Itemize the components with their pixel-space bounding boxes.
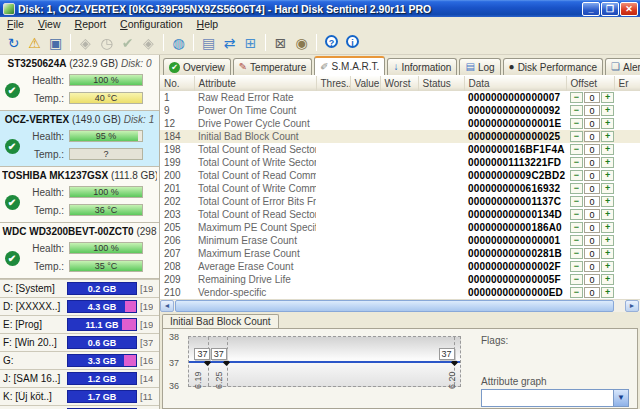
menu-configuration[interactable]: Configuration — [113, 17, 189, 31]
offset-value[interactable]: 0 — [584, 274, 601, 285]
offset-minus-button[interactable]: − — [570, 287, 583, 298]
column-header-attribute[interactable]: Attribute — [194, 76, 316, 91]
offset-plus-button[interactable]: + — [601, 274, 614, 285]
partition-row[interactable]: F: [Win 20..]0.6 GB[37 — [0, 333, 159, 351]
partition-row[interactable]: C: [System]0.2 GB[19 — [0, 279, 159, 297]
web-update-icon[interactable]: ◍ — [168, 33, 189, 53]
minimize-button[interactable]: _ — [582, 2, 600, 16]
partition-row[interactable]: E: [Prog]11.1 GB[19 — [0, 315, 159, 333]
disk-save-icon[interactable]: ▣ — [45, 33, 66, 53]
offset-value[interactable]: 0 — [584, 209, 601, 220]
column-header-offset[interactable]: Offset — [566, 76, 614, 91]
about-info-icon[interactable]: i — [342, 33, 363, 53]
smart-row-9[interactable]: 9Power On Time Count0000000000000092−0+ — [160, 104, 640, 117]
offset-value[interactable]: 0 — [584, 92, 601, 103]
offset-value[interactable]: 0 — [584, 222, 601, 233]
offset-value[interactable]: 0 — [584, 131, 601, 142]
tab-overview[interactable]: ✔Overview — [163, 58, 231, 75]
report-icon[interactable]: ▤ — [198, 33, 219, 53]
network-icon[interactable]: ⊞ — [240, 33, 261, 53]
smart-row-209[interactable]: 209Remaining Drive Life000000000000005F−… — [160, 273, 640, 286]
refresh-icon[interactable]: ↻ — [3, 33, 24, 53]
offset-minus-button[interactable]: − — [570, 105, 583, 116]
offset-minus-button[interactable]: − — [570, 248, 583, 259]
column-header-er[interactable]: Er — [614, 76, 640, 91]
partition-row[interactable]: D: [XXXXX..]4.3 GB[19 — [0, 297, 159, 315]
alert-warning-icon[interactable]: ⚠ — [24, 33, 45, 53]
tab-temperature[interactable]: ✎Temperature — [233, 58, 313, 75]
partition-row[interactable]: G:3.3 GB[16 — [0, 351, 159, 369]
offset-value[interactable]: 0 — [584, 235, 601, 246]
smart-row-205[interactable]: 205Maximum PE Count Specification0000000… — [160, 221, 640, 234]
scroll-left-arrow[interactable]: ◄ — [160, 300, 174, 312]
offset-value[interactable]: 0 — [584, 144, 601, 155]
scroll-right-arrow[interactable]: ► — [625, 300, 639, 312]
smart-row-208[interactable]: 208Average Erase Count000000000000002F−0… — [160, 260, 640, 273]
offset-plus-button[interactable]: + — [601, 196, 614, 207]
offset-plus-button[interactable]: + — [601, 287, 614, 298]
sync-icon[interactable]: ⇄ — [219, 33, 240, 53]
offset-plus-button[interactable]: + — [601, 157, 614, 168]
smart-row-198[interactable]: 198Total Count of Read Sectors0000000016… — [160, 143, 640, 156]
offset-plus-button[interactable]: + — [601, 105, 614, 116]
offset-minus-button[interactable]: − — [570, 209, 583, 220]
offset-minus-button[interactable]: − — [570, 118, 583, 129]
menu-report[interactable]: Report — [68, 17, 114, 31]
disk-card-ocz-vertex[interactable]: OCZ-VERTEX (149.0 GB) Disk: 1✔Health:95 … — [0, 111, 159, 167]
offset-value[interactable]: 0 — [584, 157, 601, 168]
offset-minus-button[interactable]: − — [570, 144, 583, 155]
offset-value[interactable]: 0 — [584, 261, 601, 272]
offset-plus-button[interactable]: + — [601, 131, 614, 142]
offset-minus-button[interactable]: − — [570, 170, 583, 181]
tab-s-m-a-r-t[interactable]: ✐S.M.A.R.T. — [314, 56, 385, 75]
offset-plus-button[interactable]: + — [601, 170, 614, 181]
chevron-down-icon[interactable]: ▼ — [613, 390, 628, 406]
offset-plus-button[interactable]: + — [601, 209, 614, 220]
smart-row-199[interactable]: 199Total Count of Write Sectors000000011… — [160, 156, 640, 169]
offset-plus-button[interactable]: + — [601, 118, 614, 129]
menu-help[interactable]: Help — [190, 17, 226, 31]
offset-minus-button[interactable]: − — [570, 131, 583, 142]
tab-information[interactable]: ↓Information — [387, 58, 457, 75]
column-header-value[interactable]: Value — [350, 76, 380, 91]
sound-icon[interactable]: ◉ — [291, 33, 312, 53]
offset-plus-button[interactable]: + — [601, 183, 614, 194]
menu-file[interactable]: File — [0, 17, 31, 31]
smart-row-206[interactable]: 206Minimum Erase Count0000000000000001−0… — [160, 234, 640, 247]
partition-row[interactable]: K: [Új köt..]1.7 GB[11 — [0, 387, 159, 405]
smart-row-184[interactable]: 184Initial Bad Block Count00000000000000… — [160, 130, 640, 143]
offset-minus-button[interactable]: − — [570, 196, 583, 207]
attribute-graph-select[interactable]: ▼ — [481, 389, 629, 407]
offset-value[interactable]: 0 — [584, 287, 601, 298]
offset-plus-button[interactable]: + — [601, 235, 614, 246]
offset-plus-button[interactable]: + — [601, 248, 614, 259]
smart-row-202[interactable]: 202Total Count of Error Bits From Flash0… — [160, 195, 640, 208]
smart-row-12[interactable]: 12Drive Power Cycle Count000000000000001… — [160, 117, 640, 130]
maximize-button[interactable]: ❐ — [601, 2, 619, 16]
offset-minus-button[interactable]: − — [570, 222, 583, 233]
offset-minus-button[interactable]: − — [570, 235, 583, 246]
offset-minus-button[interactable]: − — [570, 157, 583, 168]
smart-row-201[interactable]: 201Total Count of Write Commands00000000… — [160, 182, 640, 195]
column-header-thres[interactable]: Thres... — [316, 76, 350, 91]
smart-row-203[interactable]: 203Total Count of Read Sectors With Cor.… — [160, 208, 640, 221]
tab-log[interactable]: ▤Log — [459, 58, 500, 75]
offset-value[interactable]: 0 — [584, 196, 601, 207]
column-header-no[interactable]: No. — [160, 76, 194, 91]
offset-plus-button[interactable]: + — [601, 92, 614, 103]
offset-value[interactable]: 0 — [584, 105, 601, 116]
disk-card-wdc-wd3200bevt-00zct0[interactable]: WDC WD3200BEVT-00ZCT0 (298 ✔Health:100 %… — [0, 223, 159, 279]
offset-value[interactable]: 0 — [584, 183, 601, 194]
offset-value[interactable]: 0 — [584, 170, 601, 181]
smart-row-1[interactable]: 1Raw Read Error Rate0000000000000007−0+ — [160, 91, 640, 104]
monitor-off-icon[interactable]: ⊠ — [270, 33, 291, 53]
offset-plus-button[interactable]: + — [601, 261, 614, 272]
offset-minus-button[interactable]: − — [570, 274, 583, 285]
scroll-thumb[interactable] — [175, 300, 614, 312]
column-header-worst[interactable]: Worst — [380, 76, 418, 91]
help-icon[interactable]: ? — [321, 33, 342, 53]
disk-card-st3250624a[interactable]: ST3250624A (232.9 GB) Disk: 0✔Health:100… — [0, 55, 159, 111]
column-header-status[interactable]: Status — [418, 76, 464, 91]
offset-minus-button[interactable]: − — [570, 261, 583, 272]
offset-plus-button[interactable]: + — [601, 222, 614, 233]
